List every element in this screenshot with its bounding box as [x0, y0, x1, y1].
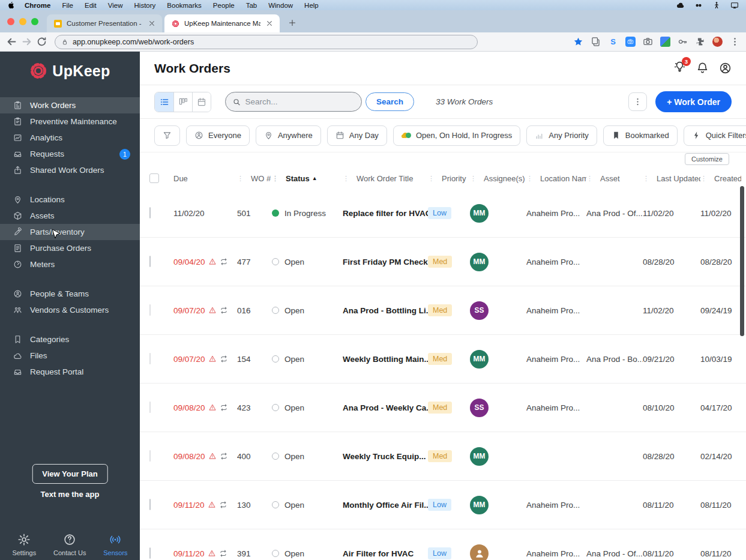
maximize-window-button[interactable] — [31, 18, 38, 25]
text-me-app-link[interactable]: Text me the app — [0, 490, 140, 499]
menu-bookmarks[interactable]: Bookmarks — [167, 2, 202, 9]
date-filter[interactable]: Any Day — [327, 125, 387, 146]
address-bar[interactable]: app.onupkeep.com/web/work-orders — [55, 35, 478, 49]
grid-extension-icon[interactable] — [660, 37, 670, 47]
work-order-row-130[interactable]: 09/11/20130OpenMonthly Office Air Fil...… — [140, 481, 746, 529]
work-order-row-501[interactable]: 11/02/20501In ProgressReplace filter for… — [140, 189, 746, 238]
work-order-row-423[interactable]: 09/08/20423OpenAna Prod - Weekly Ca...Me… — [140, 384, 746, 432]
sidebar-footer-sensors[interactable]: Sensors — [103, 533, 127, 556]
column-header-location-nam[interactable]: Location Nam — [526, 174, 586, 183]
sidebar-footer-contact-us[interactable]: Contact Us — [53, 533, 86, 556]
view-plan-button[interactable]: View Your Plan — [32, 464, 107, 484]
row-checkbox[interactable] — [149, 353, 151, 364]
zoom-extension-icon[interactable] — [625, 37, 636, 47]
menu-chrome[interactable]: Chrome — [25, 2, 50, 9]
cloud-icon[interactable] — [676, 1, 685, 10]
close-tab-icon[interactable] — [265, 19, 274, 28]
row-checkbox[interactable] — [149, 207, 151, 218]
column-header-asset[interactable]: Asset — [586, 174, 643, 183]
menu-file[interactable]: File — [62, 2, 73, 9]
column-header-created-on[interactable]: Created On — [700, 174, 741, 183]
row-checkbox[interactable] — [149, 402, 151, 413]
column-header-work-order-title[interactable]: Work Order Title — [343, 174, 428, 183]
sidebar-item-files[interactable]: Files — [0, 348, 140, 364]
airplay-display-icon[interactable] — [730, 1, 739, 10]
forward-icon[interactable] — [21, 36, 32, 47]
sidebar-item-parts-inventory[interactable]: Parts/Inventory — [0, 224, 140, 240]
work-order-row-477[interactable]: 09/04/20477OpenFirst Friday PM ChecksMed… — [140, 238, 746, 286]
sidebar-item-preventive-maintenance[interactable]: Preventive Maintenance — [0, 113, 140, 130]
column-header-last-updated[interactable]: Last Updated — [643, 174, 700, 183]
sidebar-item-meters[interactable]: Meters — [0, 256, 140, 272]
menu-help[interactable]: Help — [304, 2, 319, 9]
assignee-avatar[interactable]: SS — [470, 399, 489, 417]
filter-funnel[interactable] — [154, 125, 180, 146]
priority-filter[interactable]: Any Priority — [526, 125, 597, 146]
select-all-checkbox[interactable] — [149, 173, 159, 183]
bookmark-star-icon[interactable] — [573, 37, 583, 47]
browser-menu-icon[interactable] — [730, 37, 740, 47]
row-checkbox[interactable] — [149, 547, 151, 559]
location-filter[interactable]: Anywhere — [256, 125, 321, 146]
bookmarked-filter[interactable]: Bookmarked — [603, 125, 678, 146]
row-checkbox[interactable] — [149, 304, 151, 316]
sidebar-item-request-portal[interactable]: Request Portal — [0, 364, 140, 380]
sidebar-item-vendors-customers[interactable]: Vendors & Customers — [0, 302, 140, 318]
row-checkbox[interactable] — [149, 256, 151, 267]
upkeep-logo[interactable]: UpKeep — [0, 52, 140, 90]
camera-extension-icon[interactable] — [643, 37, 653, 47]
board-view-button[interactable] — [173, 92, 192, 112]
menu-view[interactable]: View — [108, 2, 123, 9]
column-header-due[interactable]: Due — [173, 174, 237, 183]
apple-logo-icon[interactable] — [7, 1, 15, 9]
copy-extension-icon[interactable] — [591, 37, 601, 47]
scrollbar-thumb[interactable] — [740, 186, 744, 336]
sidebar-item-locations[interactable]: Locations — [0, 191, 140, 208]
quick-filters-button[interactable]: Quick Filters — [684, 125, 746, 146]
search-button[interactable]: Search — [365, 92, 414, 111]
assignee-photo-avatar[interactable] — [470, 544, 489, 560]
back-icon[interactable] — [6, 36, 17, 47]
more-options-button[interactable] — [628, 92, 647, 111]
row-checkbox[interactable] — [149, 499, 151, 510]
menu-history[interactable]: History — [134, 2, 156, 9]
sidebar-item-categories[interactable]: Categories — [0, 331, 140, 348]
sidebar-item-work-orders[interactable]: Work Orders — [0, 97, 140, 113]
assignee-avatar[interactable]: MM — [470, 496, 489, 514]
assignee-filter[interactable]: Everyone — [186, 125, 250, 146]
assignee-avatar[interactable]: MM — [470, 447, 489, 466]
assignee-avatar[interactable]: MM — [470, 204, 489, 223]
profile-avatar[interactable] — [712, 37, 723, 47]
list-view-button[interactable] — [155, 92, 173, 112]
account-icon[interactable] — [719, 62, 732, 74]
assignee-avatar[interactable]: MM — [470, 350, 489, 369]
sidebar-item-assets[interactable]: Assets — [0, 208, 140, 224]
work-order-row-400[interactable]: 09/08/20400OpenWeekly Truck Equip...MedM… — [140, 432, 746, 481]
assignee-avatar[interactable]: SS — [470, 301, 489, 320]
work-order-row-391[interactable]: 09/11/20391OpenAir Filter for HVACLowAna… — [140, 529, 746, 560]
reload-icon[interactable] — [36, 36, 47, 47]
assignee-avatar[interactable]: MM — [470, 253, 489, 271]
extensions-puzzle-icon[interactable] — [695, 37, 705, 47]
column-header-wo-#[interactable]: WO # — [237, 174, 272, 183]
browser-tab-1[interactable]: Customer Presentation - Goog — [47, 14, 162, 32]
status-filter[interactable]: Open, On Hold, In Progress — [393, 125, 520, 146]
menu-tab[interactable]: Tab — [246, 2, 257, 9]
sidebar-item-purchase-orders[interactable]: Purchase Orders — [0, 240, 140, 256]
row-checkbox[interactable] — [149, 450, 151, 462]
column-header-priority[interactable]: Priority — [428, 174, 470, 183]
handoff-icon[interactable] — [694, 1, 703, 10]
close-window-button[interactable] — [7, 18, 14, 25]
notifications-bell-icon[interactable] — [696, 62, 709, 74]
sidebar-footer-settings[interactable]: Settings — [12, 533, 36, 556]
close-tab-icon[interactable] — [148, 19, 156, 28]
work-order-row-016[interactable]: 09/07/20016OpenAna Prod - Bottling Li...… — [140, 286, 746, 335]
browser-tab-2[interactable]: UpKeep Maintenance Manager — [164, 14, 280, 32]
column-header-assignee-s-[interactable]: Assignee(s) — [470, 174, 526, 183]
menu-people[interactable]: People — [213, 2, 235, 9]
key-extension-icon[interactable] — [678, 37, 688, 47]
sidebar-item-shared-work-orders[interactable]: Shared Work Orders — [0, 162, 140, 178]
work-order-row-154[interactable]: 09/07/20154OpenWeekly Bottling Main...Me… — [140, 335, 746, 384]
minimize-window-button[interactable] — [19, 18, 26, 25]
sidebar-item-analytics[interactable]: Analytics — [0, 130, 140, 146]
